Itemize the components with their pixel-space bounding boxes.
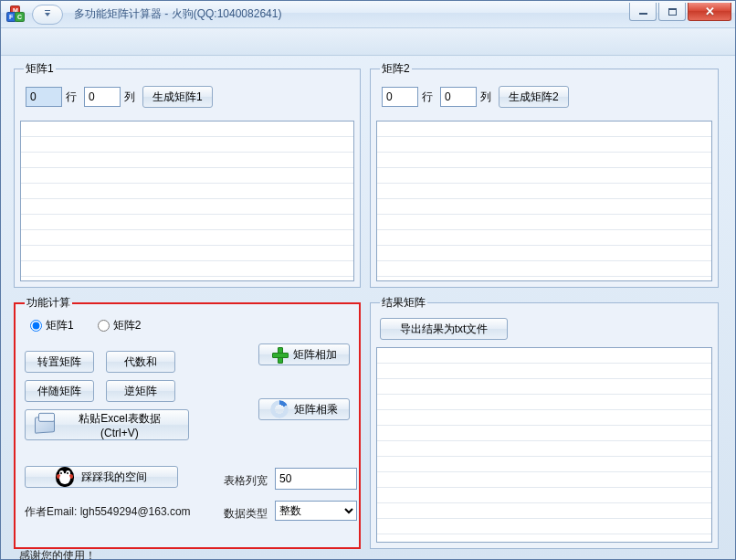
radio-matrix2-label: 矩阵2	[113, 318, 142, 333]
close-button[interactable]: ✕	[688, 3, 731, 21]
matrix-multiply-label: 矩阵相乘	[294, 402, 338, 417]
matrix1-cols-input[interactable]	[84, 87, 121, 107]
paste-excel-button[interactable]: 粘贴Excel表数据(Ctrl+V)	[25, 409, 189, 440]
column-width-input[interactable]	[275, 468, 357, 490]
label-rows: 行	[422, 90, 433, 105]
legend-result: 结果矩阵	[380, 295, 427, 311]
data-type-select[interactable]: 整数	[275, 501, 357, 521]
matrix-multiply-button[interactable]: 矩阵相乘	[258, 398, 350, 420]
adjugate-button[interactable]: 伴随矩阵	[25, 380, 94, 402]
label-column-width: 表格列宽	[224, 473, 268, 489]
groupbox-result: 结果矩阵 导出结果为txt文件	[370, 295, 719, 549]
label-author-email: 作者Email: lgh5549294@163.com	[25, 504, 191, 520]
paste-icon	[35, 416, 55, 434]
result-grid[interactable]	[376, 347, 712, 543]
legend-calc: 功能计算	[25, 295, 72, 311]
matrix2-cols-input[interactable]	[440, 87, 477, 107]
label-data-type: 数据类型	[224, 506, 268, 522]
label-rows: 行	[66, 90, 77, 105]
qzone-button[interactable]: 踩踩我的空间	[25, 466, 178, 488]
transpose-button[interactable]: 转置矩阵	[25, 351, 94, 373]
app-icon: M F C	[6, 5, 25, 24]
minimize-button[interactable]	[629, 3, 657, 21]
radio-matrix1-input[interactable]	[30, 320, 42, 332]
minimize-icon	[639, 13, 647, 15]
window-title: 多功能矩阵计算器 - 火驹(QQ:1040082641)	[74, 6, 281, 22]
matrix1-rows-input[interactable]	[26, 87, 62, 107]
titlebar[interactable]: M F C 多功能矩阵计算器 - 火驹(QQ:1040082641) ✕	[1, 1, 735, 28]
cofactor-sum-button[interactable]: 代数和	[106, 351, 175, 373]
ribbon-strip	[1, 28, 735, 56]
qq-penguin-icon	[56, 467, 74, 487]
radio-matrix2-input[interactable]	[98, 320, 110, 332]
export-txt-button[interactable]: 导出结果为txt文件	[380, 318, 508, 340]
legend-matrix2: 矩阵2	[380, 61, 412, 77]
app-window: M F C 多功能矩阵计算器 - 火驹(QQ:1040082641) ✕ 矩阵1…	[0, 0, 736, 560]
chevron-down-icon	[45, 13, 50, 16]
maximize-button[interactable]	[658, 3, 686, 21]
generate-matrix1-button[interactable]: 生成矩阵1	[142, 86, 213, 108]
matrix1-grid[interactable]	[20, 121, 354, 281]
inverse-button[interactable]: 逆矩阵	[106, 380, 175, 402]
spinner-icon	[270, 400, 289, 418]
groupbox-calc: 功能计算 矩阵1 矩阵2 转置矩阵 代数和 伴随矩阵 逆矩阵 粘贴Ex	[14, 295, 361, 549]
plus-icon	[271, 346, 288, 363]
radio-matrix1-label: 矩阵1	[46, 318, 74, 333]
label-cols: 列	[124, 90, 135, 105]
client-area: 矩阵1 行 列 生成矩阵1 矩阵2 行 列 生	[1, 56, 735, 559]
matrix-add-button[interactable]: 矩阵相加	[258, 343, 350, 365]
matrix2-rows-input[interactable]	[382, 87, 418, 107]
quick-access-dropdown[interactable]	[32, 5, 63, 25]
matrix2-grid[interactable]	[376, 121, 712, 281]
generate-matrix2-button[interactable]: 生成矩阵2	[499, 86, 569, 108]
paste-excel-label: 粘贴Excel表数据(Ctrl+V)	[60, 411, 179, 439]
label-cols: 列	[480, 90, 491, 105]
groupbox-matrix2: 矩阵2 行 列 生成矩阵2	[370, 61, 719, 288]
maximize-icon	[668, 8, 677, 16]
close-icon: ✕	[705, 5, 715, 18]
groupbox-matrix1: 矩阵1 行 列 生成矩阵1	[14, 61, 361, 288]
radio-matrix1[interactable]: 矩阵1	[30, 318, 74, 333]
qzone-label: 踩踩我的空间	[81, 470, 147, 485]
label-thanks: 感谢您的使用！	[19, 548, 96, 560]
matrix-add-label: 矩阵相加	[293, 347, 337, 363]
radio-matrix2[interactable]: 矩阵2	[98, 318, 142, 333]
legend-matrix1: 矩阵1	[24, 61, 56, 77]
